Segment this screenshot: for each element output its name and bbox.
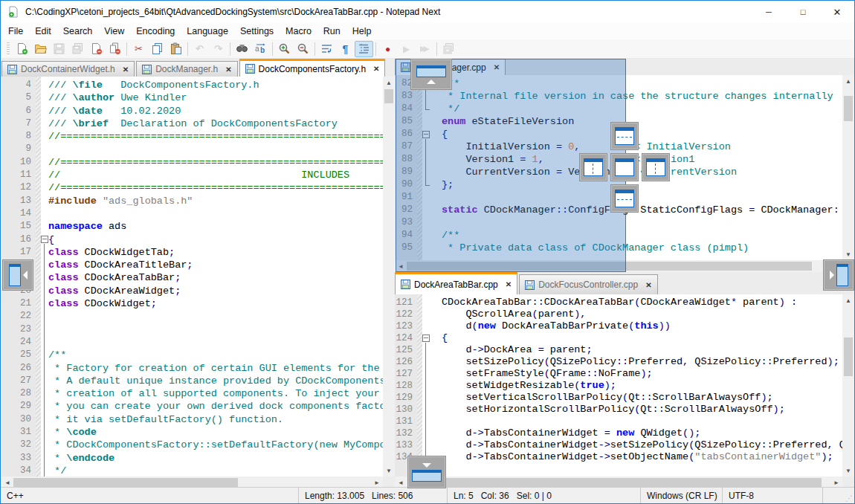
code-line-20: 20class CDockAreaWidget; <box>1 285 383 297</box>
scroll-down-arrow-icon[interactable]: ▼ <box>842 465 854 476</box>
code-text: // INCLUDES <box>48 169 383 181</box>
menu-help[interactable]: Help <box>346 23 378 39</box>
replace-button[interactable]: ab <box>251 41 270 57</box>
drop-bottom-indicator[interactable] <box>610 184 639 213</box>
scroll-down-arrow-icon[interactable]: ▼ <box>842 248 854 260</box>
zoom-out-button[interactable] <box>294 41 312 57</box>
edge-right-drop-indicator[interactable] <box>823 259 854 291</box>
fold-marker <box>41 105 48 117</box>
code-text: CDockAreaTabBar::CDockAreaTabBar(CDockAr… <box>430 297 842 308</box>
status-document-stats: Length: 13.005 Lines: 506 <box>298 488 447 503</box>
code-line-19: 19class CDockAreaTabBar; <box>1 271 383 284</box>
code-text: * A default unique instance provided by … <box>48 375 383 387</box>
menu-view[interactable]: View <box>98 23 130 39</box>
save-macro-icon <box>442 42 455 55</box>
vertical-scrollbar[interactable]: ▲ ▼ <box>383 77 395 476</box>
replace-icon: ab <box>254 42 267 55</box>
status-encoding[interactable]: UTF-8 <box>722 488 822 503</box>
maximize-button[interactable]: □ <box>786 1 820 23</box>
zoom-in-button[interactable] <box>275 41 294 57</box>
save-all-button[interactable] <box>68 41 87 57</box>
close-button[interactable] <box>87 41 106 57</box>
resize-grip[interactable]: ⋰ <box>841 488 854 503</box>
play-macro-button[interactable]: ▶ <box>397 41 416 57</box>
vertical-scrollbar[interactable]: ▲ ▼ <box>842 75 854 260</box>
tab-dockmanager-h[interactable]: DockManager.h✕ <box>136 61 237 77</box>
cut-button[interactable]: ✂ <box>129 41 148 57</box>
tab-dockareatabbar-cpp[interactable]: DockAreaTabBar.cpp✕ <box>395 272 517 294</box>
menu-search[interactable]: Search <box>57 23 99 39</box>
save-button[interactable] <box>50 41 68 57</box>
scroll-up-arrow-icon[interactable]: ▲ <box>383 77 395 88</box>
run-macro-multiple-button[interactable]: ▶▶ <box>416 41 434 57</box>
open-file-button[interactable] <box>31 41 50 57</box>
find-button[interactable] <box>233 41 251 57</box>
minimize-button[interactable]: ─ <box>752 1 786 23</box>
status-language[interactable]: C++ <box>1 488 298 503</box>
menu-bar: FileEditSearchViewEncodingLanguageSettin… <box>1 23 854 39</box>
record-macro-icon: ● <box>385 45 390 54</box>
menu-edit[interactable]: Edit <box>29 23 57 39</box>
show-all-characters-button[interactable]: ¶ <box>336 41 355 57</box>
editor-dockcomponentsfactory[interactable]: 4/// \file DockComponentsFactory.h5/// \… <box>1 77 383 476</box>
scrollbar-thumb[interactable] <box>13 478 238 487</box>
fold-collapse-icon[interactable] <box>422 335 430 342</box>
line-number: 7 <box>1 117 36 130</box>
scrollbar-thumb[interactable] <box>435 478 822 487</box>
editor-dockareatabbar[interactable]: 121CDockAreaTabBar::CDockAreaTabBar(CDoc… <box>395 294 842 476</box>
menu-macro[interactable]: Macro <box>280 23 317 39</box>
scrollbar-thumb[interactable] <box>844 337 853 376</box>
indentation-guides-button[interactable] <box>355 41 373 57</box>
fold-collapse-icon[interactable] <box>41 236 48 243</box>
copy-button[interactable] <box>148 41 167 57</box>
menu-file[interactable]: File <box>2 23 29 39</box>
fold-marker <box>41 233 48 246</box>
show-all-characters-icon: ¶ <box>343 44 349 54</box>
scrollbar-thumb[interactable] <box>844 96 853 121</box>
edge-bottom-drop-indicator[interactable] <box>407 456 446 488</box>
record-macro-button[interactable]: ● <box>378 41 397 57</box>
fold-marker <box>41 285 48 297</box>
word-wrap-button[interactable] <box>317 41 336 57</box>
scroll-down-arrow-icon[interactable]: ▼ <box>383 465 395 476</box>
vertical-scrollbar[interactable]: ▲ ▼ <box>842 294 854 476</box>
close-all-button[interactable] <box>106 41 124 57</box>
scrollbar-thumb[interactable] <box>384 89 393 103</box>
tab-dockcomponentsfactory-h[interactable]: DockComponentsFactory.h✕ <box>239 59 386 77</box>
menu-settings[interactable]: Settings <box>234 23 280 39</box>
tab-close-icon[interactable]: ✕ <box>123 65 129 74</box>
fold-marker <box>422 297 430 308</box>
code-line-27: 27 * A default unique instance provided … <box>1 375 383 387</box>
edge-top-drop-indicator[interactable] <box>410 59 452 90</box>
save-macro-button[interactable] <box>439 41 458 57</box>
scroll-up-arrow-icon[interactable]: ▲ <box>842 75 854 87</box>
title-bar: C:\CodingXP\cetoni_projects_64bit\QtAdva… <box>1 1 854 23</box>
status-blank <box>822 488 839 503</box>
tab-close-icon[interactable]: ✕ <box>645 281 651 289</box>
drop-right-indicator[interactable] <box>642 153 670 181</box>
menu-run[interactable]: Run <box>317 23 346 39</box>
status-eol-format[interactable]: Windows (CR LF) <box>640 488 722 503</box>
tab-close-icon[interactable]: ✕ <box>225 65 231 74</box>
edge-left-drop-indicator[interactable] <box>2 259 33 291</box>
code-text: setWidgetResizable(true); <box>430 380 842 392</box>
paste-button[interactable] <box>167 41 185 57</box>
undo-button[interactable]: ↶ <box>190 41 209 57</box>
scroll-up-arrow-icon[interactable]: ▲ <box>842 294 854 306</box>
close-button[interactable]: ✕ <box>820 1 854 23</box>
tab-dockfocuscontroller-cpp[interactable]: DockFocusController.cpp✕ <box>519 274 657 294</box>
line-number: 25 <box>1 349 36 361</box>
drop-left-indicator[interactable] <box>579 153 607 181</box>
redo-button[interactable]: ↷ <box>209 41 228 57</box>
drop-center-indicator[interactable] <box>610 153 639 181</box>
code-line-10: 10//====================================… <box>1 156 383 169</box>
new-file-button[interactable] <box>13 41 31 57</box>
menu-encoding[interactable]: Encoding <box>130 23 181 39</box>
dock-split-top-icon <box>615 127 634 145</box>
arrow-up-icon <box>427 80 436 84</box>
tab-dockcontainerwidget-h[interactable]: DockContainerWidget.h✕ <box>1 61 135 77</box>
tab-close-icon[interactable]: ✕ <box>373 65 379 73</box>
drop-top-indicator[interactable] <box>610 122 639 150</box>
tab-close-icon[interactable]: ✕ <box>506 280 512 288</box>
menu-language[interactable]: Language <box>181 23 234 39</box>
